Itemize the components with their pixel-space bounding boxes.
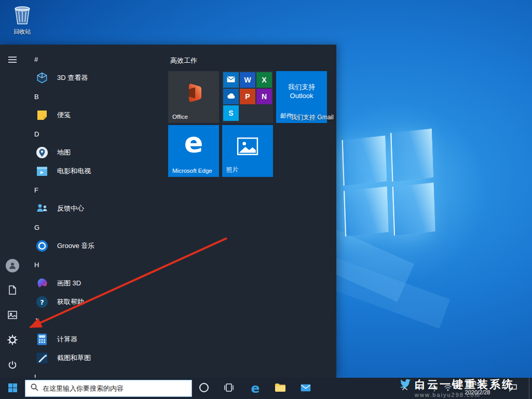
app-item-feedback-hub[interactable]: 反馈中心: [25, 199, 168, 218]
app-label: Groove 音乐: [57, 241, 94, 251]
start-menu: # 3D 查看器 B 便笺 D: [0, 45, 336, 378]
app-item-paint-3d[interactable]: 画图 3D: [25, 274, 168, 293]
tray-overflow-button[interactable]: [399, 378, 411, 399]
recycle-bin[interactable]: 回收站: [7, 4, 37, 36]
skype-tile[interactable]: S: [223, 105, 239, 121]
3d-viewer-icon: [34, 70, 50, 86]
app-item-groove-music[interactable]: Groove 音乐: [25, 237, 168, 255]
app-item-movies-tv[interactable]: 电影和电视: [25, 162, 168, 181]
file-explorer-button[interactable]: [269, 378, 292, 399]
app-label: 3D 查看器: [57, 73, 88, 82]
settings-button[interactable]: [0, 328, 25, 353]
svg-text:?: ?: [40, 298, 44, 306]
app-section-header-j[interactable]: J: [25, 311, 168, 330]
logo-pane: [392, 183, 435, 236]
clock-date: 2020/2/28: [457, 388, 498, 397]
tile-office-folder[interactable]: W X P N S: [222, 71, 273, 123]
skype-letter: S: [228, 109, 233, 117]
app-label: 反馈中心: [57, 204, 84, 213]
app-section-header-hash[interactable]: #: [25, 50, 168, 68]
task-view-button[interactable]: [218, 378, 240, 399]
app-item-get-help[interactable]: ? 获取帮助: [25, 293, 168, 311]
speaker-icon: [416, 384, 424, 393]
app-section-header-l[interactable]: L: [25, 367, 168, 378]
maps-icon: [34, 145, 50, 160]
snip-sketch-icon: [34, 350, 50, 366]
app-label: 获取帮助: [57, 297, 84, 307]
tile-group-title[interactable]: 高效工作: [170, 56, 197, 65]
outlook-envelope-icon: [227, 76, 235, 84]
tile-office[interactable]: Office: [168, 71, 219, 123]
excel-tile[interactable]: X: [256, 72, 272, 88]
cortana-button[interactable]: [193, 378, 215, 399]
movies-tv-icon: [34, 163, 50, 179]
app-label: 地图: [57, 148, 71, 157]
edge-taskbar-button[interactable]: e: [244, 378, 267, 399]
edge-icon: e: [251, 381, 260, 396]
picture-icon: [8, 311, 17, 321]
tile-photos[interactable]: 照片: [222, 125, 273, 177]
show-desktop-button[interactable]: [529, 378, 532, 399]
network-icon: [444, 384, 452, 393]
feedback-hub-icon: [34, 201, 50, 216]
onenote-tile[interactable]: N: [256, 89, 272, 104]
logo-pane: [344, 186, 389, 237]
powerpoint-tile[interactable]: P: [240, 89, 255, 104]
app-section-header-h[interactable]: H: [25, 255, 168, 274]
mail-envelope-icon: [301, 384, 311, 393]
tile-mail[interactable]: 我们支持 Outlook 邮件 我们支持 Gmail: [276, 71, 327, 123]
start-menu-app-list: # 3D 查看器 B 便笺 D: [25, 45, 168, 378]
taskbar: e 中: [0, 378, 532, 399]
clock[interactable]: 04:29 2020/2/28: [457, 379, 498, 397]
expand-menu-button[interactable]: [0, 48, 25, 73]
mail-live-ticker: 我们支持 Gmail: [291, 113, 334, 122]
tile-label: 照片: [226, 166, 238, 174]
office-logo-icon: [182, 81, 206, 113]
chevron-up-icon: [402, 384, 408, 392]
app-item-3d-viewer[interactable]: 3D 查看器: [25, 68, 168, 87]
paint-3d-icon: [34, 276, 50, 291]
documents-button[interactable]: [0, 278, 25, 303]
section-letter: H: [34, 261, 39, 269]
onedrive-tile[interactable]: [223, 89, 239, 104]
windows-hero-logo: [342, 130, 444, 249]
app-item-snip-sketch[interactable]: 截图和草图: [25, 349, 168, 367]
user-account-button[interactable]: [0, 253, 25, 278]
recycle-bin-label: 回收站: [7, 28, 37, 36]
action-center-button[interactable]: [502, 378, 523, 399]
network-button[interactable]: [441, 378, 455, 399]
app-item-maps[interactable]: 地图: [25, 143, 168, 162]
app-label: 截图和草图: [57, 353, 91, 363]
start-button[interactable]: [0, 378, 25, 399]
onedrive-cloud-icon: [226, 92, 236, 101]
start-menu-tiles: 高效工作 Office: [168, 45, 336, 378]
volume-button[interactable]: [413, 378, 427, 399]
ime-indicator[interactable]: 中: [428, 378, 441, 399]
app-section-header-f[interactable]: F: [25, 181, 168, 199]
search-input[interactable]: [43, 384, 186, 392]
power-button[interactable]: [0, 353, 25, 378]
word-tile[interactable]: W: [240, 72, 255, 88]
outlook-tile[interactable]: [223, 72, 239, 88]
tile-microsoft-edge[interactable]: e Microsoft Edge: [168, 125, 219, 177]
app-section-header-g[interactable]: G: [25, 218, 168, 237]
logo-pane: [390, 129, 433, 182]
section-letter: #: [34, 56, 38, 63]
app-section-header-b[interactable]: B: [25, 87, 168, 106]
mail-taskbar-button[interactable]: [294, 378, 318, 399]
app-item-sticky-notes[interactable]: 便笺: [25, 106, 168, 125]
section-letter: G: [34, 224, 39, 231]
photos-icon: [237, 137, 258, 165]
mail-live-text: 我们支持 Outlook: [276, 82, 327, 100]
app-label: 便笺: [57, 111, 71, 120]
section-letter: B: [34, 93, 39, 101]
powerpoint-letter: P: [245, 92, 250, 101]
app-item-calculator[interactable]: 计算器: [25, 330, 168, 349]
app-section-header-d[interactable]: D: [25, 125, 168, 143]
gear-icon: [7, 335, 18, 347]
onenote-letter: N: [262, 92, 267, 101]
edge-logo-icon: e: [168, 126, 219, 159]
user-avatar-icon: [6, 259, 19, 272]
pictures-button[interactable]: [0, 303, 25, 328]
search-box[interactable]: [25, 380, 192, 397]
